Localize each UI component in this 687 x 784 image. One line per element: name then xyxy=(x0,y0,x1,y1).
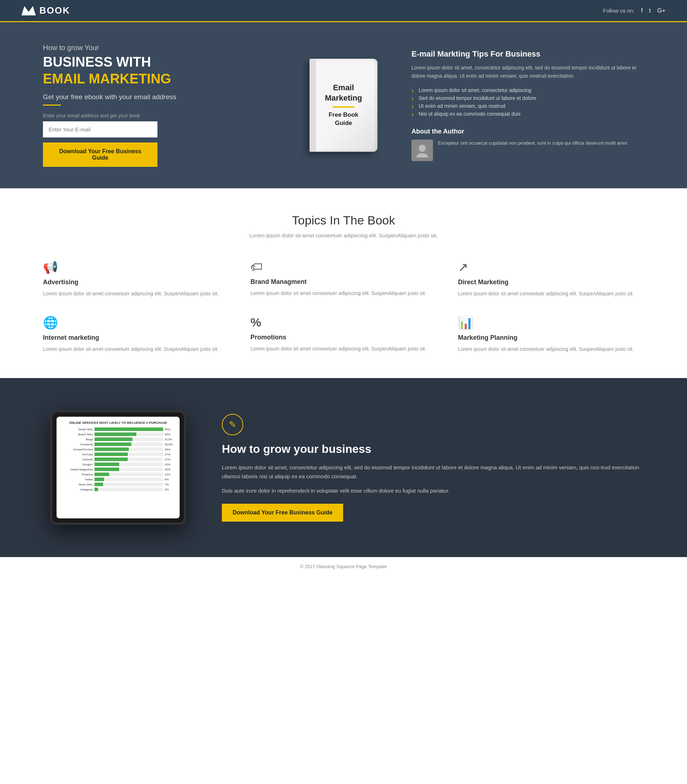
grow-download-button[interactable]: Download Your Free Business Guide xyxy=(222,504,343,522)
grow-text1: Lorem ipsum dolor sit amet, consectetur … xyxy=(222,463,644,481)
bar-fill xyxy=(94,473,109,476)
topic-planning: 📊 Marketing Planning Lorem ipsum dolor s… xyxy=(458,315,644,353)
grow-title: How to grow your business xyxy=(222,443,644,456)
topic-text-internet: Lorem ipsum dolor sit amet conseetuer ad… xyxy=(43,345,229,353)
bar-fill xyxy=(94,453,128,456)
facebook-icon[interactable]: f xyxy=(641,7,643,14)
topic-name-brand: Brand Managment xyxy=(250,278,437,286)
bar-container xyxy=(94,478,163,481)
footer-text: © 2017 Olanding Squeeze Page Template xyxy=(300,564,387,569)
planning-icon: 📊 xyxy=(458,315,644,330)
chart-bar-row: Google+20% xyxy=(61,463,175,466)
internet-icon: 🌐 xyxy=(43,315,229,330)
social-area: Follow us on: f t G+ xyxy=(603,7,666,14)
bar-label: Online Magazines xyxy=(61,468,93,471)
chart-bar-row: Instagram3% xyxy=(61,488,175,491)
chart-bar-row: Pinterest12% xyxy=(61,473,175,476)
tablet-screen: ONLINE SERVICES MOST LIKELY TO INFLUENCE… xyxy=(56,417,180,518)
bar-fill xyxy=(94,438,132,441)
avatar-icon xyxy=(415,143,429,158)
tips-item-3: Ut enim ad minim veniam, quis nostrud xyxy=(411,102,644,110)
book-accent xyxy=(333,106,354,108)
hero-title-bold: BUSINESS WITH xyxy=(43,54,276,71)
topic-direct: ↗ Direct Marketing Lorem ipsum dolor sit… xyxy=(458,260,644,298)
bar-percentage: 28% xyxy=(164,448,175,451)
topic-text-planning: Lorem ipsum dolor sit amet conseetuer ad… xyxy=(458,345,644,353)
bar-container xyxy=(94,448,163,451)
bar-label: Blogs xyxy=(61,438,93,441)
topics-section: Topics In The Book Lorem ipsum dolor sit… xyxy=(0,188,687,379)
advertising-icon: 📢 xyxy=(43,260,229,274)
bar-container xyxy=(94,473,163,476)
chart-bar-row: LinkedIn27% xyxy=(61,458,175,461)
book-line1: EmailMarketing xyxy=(325,83,362,103)
logo-text: BOOK xyxy=(39,5,70,16)
bar-percentage: 30.8% xyxy=(164,443,175,446)
direct-icon: ↗ xyxy=(458,260,644,274)
input-label: Enter your email address and get your bo… xyxy=(43,113,276,119)
bar-label: Instagram xyxy=(61,488,93,491)
social-label: Follow us on: xyxy=(603,8,634,13)
author-title: About the Author xyxy=(411,128,644,135)
tablet-area: ONLINE SERVICES MOST LIKELY TO INFLUENCE… xyxy=(43,410,193,525)
topic-name-promotions: Promotions xyxy=(250,334,437,341)
grow-icon: ✎ xyxy=(222,414,243,435)
tips-text: Lorem ipsum dolor sit amet, consectetur … xyxy=(411,64,644,81)
author-area: Excepteur sint occaecat cupidatat non pr… xyxy=(411,140,644,161)
hero-right: E-mail Markting Tips For Business Lorem … xyxy=(411,49,644,161)
topics-grid: 📢 Advertising Lorem ipsum dolor sit amet… xyxy=(43,260,644,353)
bar-fill xyxy=(94,478,104,481)
brand-icon: 🏷 xyxy=(250,260,437,274)
svg-point-2 xyxy=(416,153,428,158)
bar-percentage: 27% xyxy=(164,458,175,461)
chart-bar-row: YouTube27% xyxy=(61,453,175,456)
download-button[interactable]: Download Your Free Business Guide xyxy=(43,142,158,167)
topics-desc: Lorem ipsum dolor sit amet conseetuer ad… xyxy=(43,232,644,239)
bar-percentage: 56% xyxy=(164,428,175,431)
tablet-frame: ONLINE SERVICES MOST LIKELY TO INFLUENCE… xyxy=(50,410,186,525)
author-avatar xyxy=(411,140,433,161)
svg-marker-0 xyxy=(21,6,36,15)
topic-name-internet: Internet marketing xyxy=(43,334,229,341)
bar-label: Twitter xyxy=(61,478,93,481)
bar-label: Brand Sites xyxy=(61,433,93,436)
twitter-icon[interactable]: t xyxy=(649,7,651,14)
tips-item-2: Sed do eiusmod tempor incididunt ut labo… xyxy=(411,94,644,102)
tips-item-1: Lorem ipsum dolor sit amet, consectetur … xyxy=(411,86,644,94)
topic-text-promotions: Lorem ipsum dolor sit amet conseetuer ad… xyxy=(250,345,437,352)
grow-text2: Duis aute irure dolor in reprehenderit i… xyxy=(222,486,644,496)
chart-bar-row: Twitter8% xyxy=(61,478,175,481)
bar-label: News Sites xyxy=(61,483,93,486)
topic-promotions: % Promotions Lorem ipsum dolor sit amet … xyxy=(250,315,437,353)
tips-title: E-mail Markting Tips For Business xyxy=(411,49,644,59)
promotions-icon: % xyxy=(250,315,437,329)
email-input[interactable] xyxy=(43,121,158,137)
tips-list: Lorem ipsum dolor sit amet, consectetur … xyxy=(411,86,644,118)
topic-text-direct: Lorem ipsum dolor sit amet conseetuer ad… xyxy=(458,290,644,298)
bar-container xyxy=(94,468,163,471)
book-cover: EmailMarketing Free BookGuide xyxy=(304,59,383,152)
bar-percentage: 3% xyxy=(164,488,175,491)
bar-label: Retail Sites xyxy=(61,428,93,431)
bar-fill xyxy=(94,448,129,451)
googleplus-icon[interactable]: G+ xyxy=(657,7,666,14)
bar-percentage: 311% xyxy=(164,438,175,441)
bar-fill xyxy=(94,432,136,436)
bar-percentage: 34% xyxy=(164,433,175,436)
bar-label: LinkedIn xyxy=(61,458,93,461)
bar-container xyxy=(94,443,163,446)
bar-percentage: 7% xyxy=(164,483,175,486)
topic-name-planning: Marketing Planning xyxy=(458,334,644,341)
chart-bar-row: Groups/Forums28% xyxy=(61,448,175,451)
bar-container xyxy=(94,463,163,466)
bar-label: YouTube xyxy=(61,453,93,456)
hero-subtitle: How to grow Your xyxy=(43,44,276,52)
topic-internet: 🌐 Internet marketing Lorem ipsum dolor s… xyxy=(43,315,229,353)
bar-percentage: 20% xyxy=(164,463,175,466)
topic-advertising: 📢 Advertising Lorem ipsum dolor sit amet… xyxy=(43,260,229,298)
chart-bar-row: Brand Sites34% xyxy=(61,432,175,436)
bar-container xyxy=(94,458,163,461)
bar-chart: Retail Sites56%Brand Sites34%Blogs311%Fa… xyxy=(61,427,175,491)
bar-label: Google+ xyxy=(61,463,93,466)
topics-title: Topics In The Book xyxy=(43,213,644,227)
